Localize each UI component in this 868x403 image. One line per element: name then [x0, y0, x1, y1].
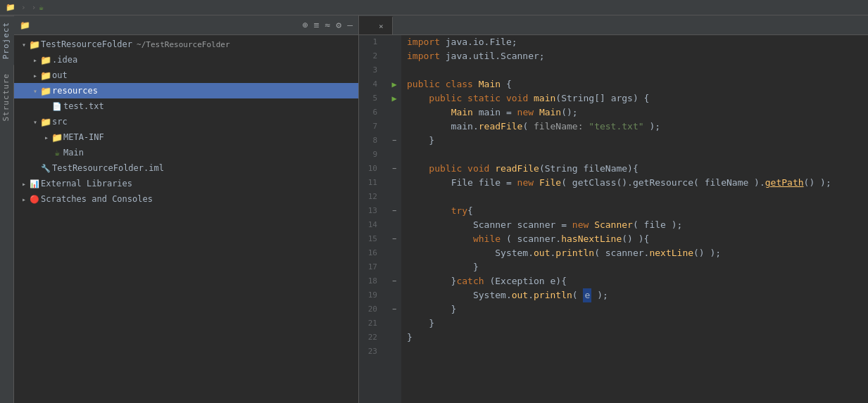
item-name-META-INF: META-INF [63, 132, 104, 142]
tree-item-META-INF[interactable]: ▸ 📁 META-INF [14, 129, 358, 145]
file-icon-scratches: 🔴 [28, 194, 41, 204]
file-icon-out: 📁 [39, 70, 52, 81]
file-icon-META-INF: 📁 [51, 132, 63, 143]
file-tree: ▾ 📁 TestResourceFolder ~/TestResourceFol… [14, 35, 358, 403]
item-name-TestResourceFolder.iml: TestResourceFolder.iml [52, 163, 164, 173]
code-line-22: } [407, 331, 862, 345]
line-numbers: 1234567891011121314151617181920212223 [359, 35, 387, 403]
tab-close-button[interactable]: × [379, 22, 384, 31]
line-num-10: 10 [359, 162, 382, 176]
file-icon-TestResourceFolder.iml: 🔧 [39, 163, 52, 173]
tab-main-java[interactable]: × [359, 16, 393, 34]
fold-icon[interactable]: − [392, 134, 396, 148]
file-icon-root: 📁 [28, 39, 41, 50]
gutter-item-12 [387, 190, 401, 204]
fold-icon[interactable]: − [392, 162, 396, 176]
code-line-1: import java.io.File; [407, 35, 862, 49]
code-line-14: Scanner scanner = new Scanner( file ); [407, 218, 862, 232]
code-line-10: public void readFile(String fileName){ [407, 162, 862, 176]
action-settings[interactable]: ⚙ [336, 20, 341, 30]
code-area[interactable]: 1234567891011121314151617181920212223 ▶▶… [359, 35, 868, 403]
action-minimize[interactable]: — [347, 20, 353, 30]
code-line-5: public static void main(String[] args) { [407, 91, 862, 105]
expand-arrow-META-INF: ▸ [42, 134, 51, 141]
line-num-4: 4 [359, 77, 382, 91]
line-num-6: 6 [359, 105, 382, 120]
fold-icon[interactable]: − [392, 232, 396, 246]
side-tab-project[interactable]: Project [0, 15, 14, 65]
side-tab-bar: Project Structure [0, 15, 14, 403]
file-icon-test.txt: 📄 [51, 101, 63, 111]
line-num-1: 1 [359, 35, 382, 49]
tree-item-idea[interactable]: ▸ 📁 .idea [14, 52, 358, 68]
panel-folder-icon: 📁 [20, 20, 30, 30]
item-name-idea: .idea [52, 55, 77, 65]
line-num-17: 17 [359, 260, 382, 274]
code-line-17: } [407, 260, 862, 274]
tree-item-TestResourceFolder.iml[interactable]: 🔧 TestResourceFolder.iml [14, 160, 358, 176]
line-num-13: 13 [359, 204, 382, 218]
file-icon-idea: 📁 [39, 55, 52, 65]
gutter-item-15: − [387, 232, 401, 246]
tree-item-scratches[interactable]: ▸ 🔴 Scratches and Consoles [14, 191, 358, 207]
fold-icon[interactable]: − [392, 274, 396, 288]
code-line-7: main.readFile( fileName: "test.txt" ); [407, 120, 862, 134]
code-line-21: } [407, 316, 862, 331]
code-editor: × 1234567891011121314151617181920212223 … [359, 15, 868, 403]
item-name-test.txt: test.txt [63, 101, 104, 111]
gutter-item-2 [387, 49, 401, 63]
tree-item-out[interactable]: ▸ 📁 out [14, 68, 358, 83]
action-expand[interactable]: ≈ [325, 20, 331, 30]
breadcrumb-folder-icon: 📁 [6, 3, 15, 12]
gutter-item-20: − [387, 302, 401, 316]
breadcrumb-sep-0: › [21, 3, 26, 12]
line-num-8: 8 [359, 134, 382, 148]
gutter-item-17 [387, 260, 401, 274]
code-line-12 [407, 190, 862, 204]
gutter: ▶▶−−−−−− [387, 35, 401, 403]
line-num-9: 9 [359, 148, 382, 162]
line-num-2: 2 [359, 49, 382, 63]
line-num-3: 3 [359, 63, 382, 77]
file-icon-resources: 📁 [39, 86, 52, 96]
line-num-22: 22 [359, 331, 382, 345]
project-panel: 📁 ⊕ ≡ ≈ ⚙ — ▾ 📁 TestResourceFolder ~/Tes… [14, 15, 359, 403]
gutter-item-13: − [387, 204, 401, 218]
code-line-15: while ( scanner.hasNextLine() ){ [407, 232, 862, 246]
line-num-12: 12 [359, 190, 382, 204]
side-tab-structure[interactable]: Structure [0, 68, 14, 127]
expand-arrow-src: ▾ [31, 118, 39, 126]
tree-item-ext-libs[interactable]: ▸ 📊 External Libraries [14, 176, 358, 191]
tree-item-Main[interactable]: ☕ Main [14, 145, 358, 160]
tree-item-src[interactable]: ▾ 📁 src [14, 114, 358, 129]
expand-arrow-root: ▾ [20, 41, 28, 49]
gutter-item-18: − [387, 274, 401, 288]
gutter-item-21 [387, 316, 401, 331]
gutter-item-9 [387, 148, 401, 162]
fold-icon[interactable]: − [392, 302, 396, 316]
code-line-8: } [407, 134, 862, 148]
item-name-Main: Main [63, 148, 84, 158]
item-name-out: out [52, 70, 68, 80]
line-num-15: 15 [359, 232, 382, 246]
item-name-src: src [52, 117, 68, 127]
action-locate[interactable]: ⊕ [303, 20, 308, 30]
item-name-resources: resources [52, 86, 98, 96]
code-line-18: }catch (Exception e){ [407, 274, 862, 288]
line-num-5: 5 [359, 91, 382, 105]
tree-item-resources[interactable]: ▾ 📁 resources [14, 83, 358, 98]
run-icon[interactable]: ▶ [391, 91, 396, 105]
run-icon[interactable]: ▶ [391, 77, 396, 91]
tree-item-test.txt[interactable]: 📄 test.txt [14, 98, 358, 114]
file-icon-Main: ☕ [51, 148, 63, 158]
fold-icon[interactable]: − [392, 204, 396, 218]
tree-item-root[interactable]: ▾ 📁 TestResourceFolder ~/TestResourceFol… [14, 37, 358, 52]
panel-title: 📁 [20, 20, 36, 30]
item-name-ext-libs: External Libraries [41, 179, 132, 188]
expand-arrow-ext-libs: ▸ [20, 180, 28, 188]
gutter-item-11 [387, 176, 401, 190]
expand-arrow-scratches: ▸ [20, 196, 28, 203]
tab-bar: × [359, 15, 868, 35]
line-num-23: 23 [359, 345, 382, 359]
action-collapse[interactable]: ≡ [314, 20, 320, 30]
